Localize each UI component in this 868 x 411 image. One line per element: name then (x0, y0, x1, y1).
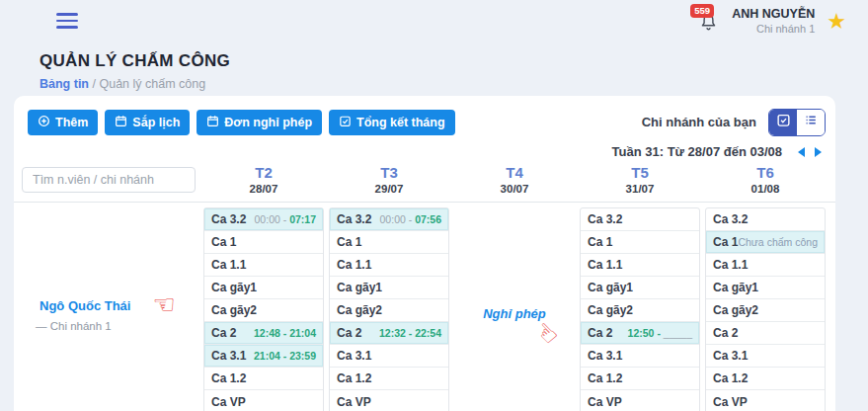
star-icon[interactable]: ★ (827, 11, 846, 33)
shift-cell[interactable]: Ca 1.1 (330, 254, 448, 277)
attendance-card: Thêm Sắp lịch Đơn nghỉ phép Tổng kết thá… (14, 96, 835, 411)
employee-zone: Ngô Quốc Thái ☜ — Chi nhánh 1 (20, 207, 203, 411)
day-header-t4[interactable]: T4 30/07 (454, 164, 575, 195)
search-input[interactable] (22, 167, 196, 193)
day-header-t2[interactable]: T2 28/07 (203, 164, 324, 195)
shift-name: Ca 1.1 (713, 258, 748, 272)
shift-cell[interactable]: Ca 1.2 (581, 368, 699, 390)
shift-cell[interactable]: Ca 1 (581, 231, 699, 254)
topbar-right: 559 ANH NGUYỄN Chi nhánh 1 ★ (699, 7, 846, 37)
shift-name: Ca 1.1 (337, 258, 371, 272)
employee-name-link[interactable]: Ngô Quốc Thái (39, 298, 130, 313)
shift-name: Ca 3.1 (337, 349, 371, 363)
shift-cell[interactable]: Ca 3.2 (706, 208, 825, 231)
calendar-icon (115, 115, 127, 130)
shift-cell[interactable]: Ca 1.1 (204, 254, 323, 277)
menu-icon[interactable] (56, 13, 78, 29)
shift-cell[interactable]: Ca 3.1 (706, 345, 825, 368)
toolbar-right: Chi nhánh của bạn (642, 109, 826, 136)
shift-time: 00:00 - 07:56 (380, 213, 441, 225)
shift-cell[interactable]: Ca 2 (706, 322, 825, 345)
shift-name: Ca 3.1 (588, 349, 622, 363)
shift-cell[interactable]: Ca 212:48 - 21:04 (204, 322, 323, 345)
shift-cell[interactable]: Ca 1 (204, 231, 323, 254)
shift-cell[interactable]: Ca 1.2 (204, 368, 323, 390)
user-name: ANH NGUYỄN (732, 7, 815, 23)
day-header-t5[interactable]: T5 31/07 (580, 164, 700, 195)
shift-cell[interactable]: Ca 1.2 (706, 368, 825, 390)
day-code: T3 (329, 164, 449, 181)
shift-cell[interactable]: Ca 1 (330, 231, 448, 254)
grid-columns: Ca 3.200:00 - 07:17Ca 1Ca 1.1Ca gãy1Ca g… (203, 207, 830, 411)
shift-name: Ca VP (337, 395, 371, 409)
shift-cell[interactable]: Ca gãy1 (330, 277, 448, 299)
bell-icon (699, 19, 718, 36)
calendar-view-button[interactable] (769, 110, 797, 135)
breadcrumb: Bảng tin / Quản lý chấm công (39, 77, 230, 91)
shift-cell[interactable]: Ca gãy2 (330, 299, 448, 322)
shift-cell[interactable]: Ca 3.200:00 - 07:17 (204, 208, 323, 231)
page-title: QUẢN LÝ CHẤM CÔNG (39, 51, 230, 71)
shift-name: Ca 3.2 (211, 212, 246, 226)
list-view-button[interactable] (797, 110, 825, 135)
shift-cell[interactable]: Ca 3.121:04 - 23:59 (204, 345, 323, 368)
breadcrumb-home-link[interactable]: Bảng tin (39, 77, 89, 91)
search-zone (20, 164, 203, 193)
leave-label[interactable]: Nghỉ phép (454, 306, 575, 321)
shift-cell[interactable]: Ca 1.1 (706, 254, 825, 277)
day-header-t6[interactable]: T6 01/08 (705, 164, 826, 195)
calendar-icon (206, 115, 219, 130)
shift-name: Ca gãy2 (337, 303, 382, 317)
add-button[interactable]: Thêm (28, 110, 98, 135)
shift-time: 12:50 - _____ (628, 327, 692, 339)
add-button-label: Thêm (55, 116, 88, 129)
shift-cell[interactable]: Ca 3.1 (581, 345, 699, 368)
next-week-button[interactable] (815, 147, 822, 157)
shift-cell[interactable]: Ca gãy1 (204, 277, 323, 299)
shift-cell[interactable]: Ca 1.2 (330, 368, 448, 390)
shift-name: Ca VP (588, 395, 622, 409)
previous-week-button[interactable] (798, 147, 805, 157)
shift-cell[interactable]: Ca gãy1 (581, 277, 699, 299)
day-column-t3: Ca 3.200:00 - 07:56Ca 1Ca 1.1Ca gãy1Ca g… (329, 207, 449, 411)
shift-cell[interactable]: Ca gãy2 (204, 299, 323, 322)
topbar: 559 ANH NGUYỄN Chi nhánh 1 ★ (0, 0, 868, 41)
shift-cell[interactable]: Ca VP (581, 390, 699, 411)
shift-cell[interactable]: Ca 3.1 (330, 345, 448, 368)
shift-cell[interactable]: Ca VP (330, 390, 448, 411)
shift-cell[interactable]: Ca gãy2 (581, 299, 699, 322)
shift-cell[interactable]: Ca VP (204, 390, 323, 411)
month-summary-button[interactable]: Tổng kết tháng (329, 110, 455, 135)
breadcrumb-separator: / (92, 77, 95, 91)
shift-cell[interactable]: Ca 212:32 - 22:54 (330, 322, 448, 345)
list-icon (804, 113, 819, 131)
shift-column-box: Ca 3.200:00 - 07:56Ca 1Ca 1.1Ca gãy1Ca g… (329, 207, 449, 411)
shift-time: 12:48 - 21:04 (254, 327, 316, 339)
shift-cell[interactable]: Ca gãy1 (706, 277, 825, 299)
user-menu[interactable]: ANH NGUYỄN Chi nhánh 1 (732, 7, 815, 36)
day-code: T6 (705, 164, 826, 181)
day-column-t5: Ca 3.2Ca 1Ca 1.1Ca gãy1Ca gãy2Ca 212:50 … (580, 207, 700, 411)
shift-cell[interactable]: Ca 1.1 (581, 254, 699, 277)
shift-cell[interactable]: Ca 3.2 (581, 208, 699, 231)
shift-time: Chưa chấm công (738, 236, 818, 248)
notification-badge: 559 (690, 4, 714, 18)
shift-cell[interactable]: Ca 212:50 - _____ (581, 322, 699, 345)
shift-cell[interactable]: Ca VP (706, 390, 825, 411)
week-navigation: Tuần 31: Từ 28/07 đến 03/08 (20, 143, 829, 160)
day-date: 31/07 (580, 183, 700, 195)
schedule-button[interactable]: Sắp lịch (105, 110, 190, 135)
day-column-t6: Ca 3.2Ca 1Chưa chấm côngCa 1.1Ca gãy1Ca … (705, 207, 826, 411)
calendar-check-icon (339, 115, 352, 130)
shift-name: Ca 1 (588, 235, 612, 249)
shift-cell[interactable]: Ca gãy2 (706, 299, 825, 322)
leave-request-button[interactable]: Đơn nghỉ phép (197, 110, 322, 135)
shift-cell[interactable]: Ca 1Chưa chấm công (706, 231, 825, 254)
plus-circle-icon (38, 115, 50, 130)
shift-cell[interactable]: Ca 3.200:00 - 07:56 (330, 208, 448, 231)
notifications-button[interactable]: 559 (699, 13, 718, 37)
shift-name: Ca 1.2 (588, 371, 622, 385)
shift-name: Ca 1.2 (211, 371, 246, 385)
month-summary-button-label: Tổng kết tháng (356, 116, 445, 129)
day-header-t3[interactable]: T3 29/07 (329, 164, 449, 195)
